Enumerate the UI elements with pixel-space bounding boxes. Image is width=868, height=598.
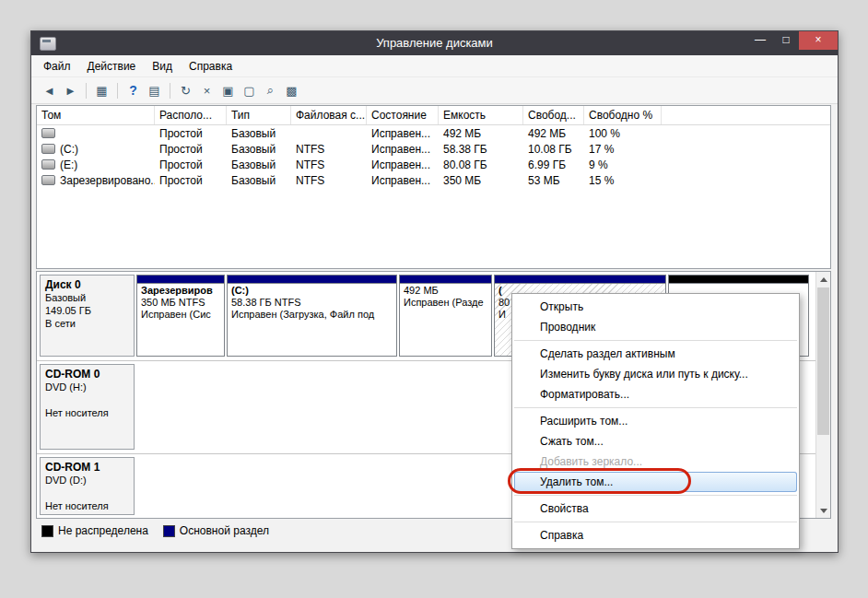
- menu-separator: [514, 407, 797, 408]
- disk-title: Диск 0: [45, 278, 129, 291]
- scroll-up-icon[interactable]: [816, 272, 830, 287]
- volume-name: (C:): [60, 143, 78, 156]
- primary-partition-color-bar: [400, 276, 491, 284]
- column-header-free-pct[interactable]: Свободно %: [584, 106, 662, 124]
- partition-492mb[interactable]: 492 МБ Исправен (Разде: [399, 275, 492, 357]
- column-header-filler: [662, 106, 830, 124]
- explore-icon[interactable]: ▢: [240, 81, 259, 100]
- partition-size: 350 МБ NTFS: [141, 297, 220, 309]
- column-header-capacity[interactable]: Емкость: [439, 106, 523, 124]
- window-title: Управление дисками: [31, 31, 838, 55]
- volume-list: Том Располо... Тип Файловая с... Состоян…: [36, 105, 831, 269]
- volume-name: (E:): [60, 158, 77, 171]
- menu-item-help[interactable]: Справка: [512, 525, 799, 545]
- cdrom1-info[interactable]: CD-ROM 1 DVD (D:) Нет носителя: [40, 457, 135, 515]
- menu-item-add-mirror: Добавить зеркало...: [512, 451, 799, 472]
- menu-item-format[interactable]: Форматировать...: [512, 384, 799, 405]
- disk-status: Нет носителя: [45, 406, 129, 419]
- partition-size: 58.38 ГБ NTFS: [231, 297, 393, 309]
- delete-icon[interactable]: ×: [197, 81, 217, 100]
- menu-bar: Файл Действие Вид Справка: [31, 55, 838, 77]
- scroll-down-icon[interactable]: [816, 503, 830, 518]
- menu-item-extend-volume[interactable]: Расширить том...: [512, 411, 799, 431]
- volume-type: Базовый: [227, 158, 291, 171]
- volume-icon: [41, 144, 55, 154]
- volume-free-pct: 15 %: [584, 174, 662, 187]
- primary-partition-swatch-icon: [163, 525, 175, 537]
- menu-help[interactable]: Справка: [181, 58, 240, 75]
- legend-item-primary: Основной раздел: [163, 524, 269, 537]
- volume-free: 53 МБ: [523, 174, 584, 187]
- volume-filesystem: NTFS: [291, 158, 367, 171]
- menu-item-delete-volume[interactable]: Удалить том...: [514, 472, 797, 492]
- menu-action[interactable]: Действие: [79, 58, 145, 75]
- menu-item-open[interactable]: Открыть: [512, 297, 799, 317]
- minimize-button[interactable]: —: [747, 31, 773, 50]
- find-icon[interactable]: ⌕: [261, 81, 280, 100]
- partition-label: (C:): [231, 285, 393, 297]
- column-header-filesystem[interactable]: Файловая с...: [291, 106, 367, 124]
- disk-title: CD-ROM 0: [45, 368, 129, 381]
- disk-size: 149.05 ГБ: [45, 304, 129, 317]
- forward-icon[interactable]: ►: [61, 81, 80, 100]
- volume-row-c[interactable]: (C:) Простой Базовый NTFS Исправен... 58…: [37, 141, 830, 157]
- volume-icon: [41, 128, 55, 138]
- open-icon[interactable]: ▣: [218, 81, 238, 100]
- menu-view[interactable]: Вид: [144, 58, 181, 75]
- disk-device: DVD (H:): [45, 381, 129, 393]
- unallocated-swatch-icon: [41, 525, 53, 537]
- column-header-free[interactable]: Свобод...: [523, 106, 584, 124]
- volume-icon: [41, 175, 55, 185]
- properties-icon[interactable]: ▩: [282, 81, 301, 100]
- column-header-volume[interactable]: Том: [37, 106, 155, 124]
- volume-icon: [41, 159, 55, 170]
- disk-pane-scrollbar[interactable]: [815, 272, 830, 518]
- menu-item-mark-active[interactable]: Сделать раздел активным: [512, 344, 799, 364]
- disk-status: Нет носителя: [45, 499, 129, 512]
- menu-item-properties[interactable]: Свойства: [512, 498, 799, 519]
- volume-filesystem: NTFS: [291, 143, 367, 156]
- volume-capacity: 350 МБ: [439, 174, 523, 187]
- volume-list-header: Том Располо... Тип Файловая с... Состоян…: [37, 106, 830, 125]
- volume-free-pct: 100 %: [584, 127, 662, 140]
- primary-partition-color-bar: [228, 276, 396, 284]
- primary-partition-color-bar: [137, 276, 224, 284]
- maximize-button[interactable]: □: [773, 31, 799, 50]
- disk-type: Базовый: [45, 291, 129, 304]
- volume-layout: Простой: [155, 127, 227, 140]
- volume-row-recovery[interactable]: Простой Базовый Исправен... 492 МБ 492 М…: [37, 125, 830, 141]
- volume-layout: Простой: [155, 174, 227, 187]
- show-console-tree-icon[interactable]: ▦: [92, 81, 111, 100]
- column-header-status[interactable]: Состояние: [367, 106, 439, 124]
- volume-row-e[interactable]: (E:) Простой Базовый NTFS Исправен... 80…: [37, 157, 830, 172]
- menu-item-shrink-volume[interactable]: Сжать том...: [512, 431, 799, 451]
- volume-status: Исправен...: [367, 143, 439, 156]
- back-icon[interactable]: ◄: [40, 81, 59, 100]
- partition-system-reserved[interactable]: Зарезервиров 350 МБ NTFS Исправен (Сис: [136, 275, 225, 357]
- volume-layout: Простой: [155, 143, 227, 156]
- scroll-thumb[interactable]: [817, 287, 829, 435]
- show-action-pane-icon[interactable]: ▤: [145, 81, 164, 100]
- titlebar[interactable]: Управление дисками — □ ×: [31, 31, 838, 55]
- toolbar-separator: [86, 83, 87, 99]
- close-button[interactable]: ×: [799, 31, 838, 50]
- menu-item-change-letter[interactable]: Изменить букву диска или путь к диску...: [512, 364, 799, 384]
- partition-c[interactable]: (C:) 58.38 ГБ NTFS Исправен (Загрузка, Ф…: [227, 275, 397, 357]
- disk-status: В сети: [45, 317, 129, 330]
- column-header-type[interactable]: Тип: [227, 106, 291, 124]
- volume-free: 6.99 ГБ: [523, 158, 584, 171]
- volume-type: Базовый: [227, 127, 291, 140]
- menu-item-explorer[interactable]: Проводник: [512, 317, 799, 337]
- refresh-icon[interactable]: ↻: [176, 81, 195, 100]
- partition-status: Исправен (Разде: [404, 297, 487, 309]
- menu-file[interactable]: Файл: [35, 58, 79, 75]
- volume-capacity: 492 МБ: [439, 127, 523, 140]
- volume-free-pct: 9 %: [584, 158, 662, 171]
- column-header-layout[interactable]: Располо...: [155, 106, 227, 124]
- caption-buttons: — □ ×: [747, 31, 838, 50]
- cdrom0-info[interactable]: CD-ROM 0 DVD (H:) Нет носителя: [40, 364, 135, 450]
- disk0-info[interactable]: Диск 0 Базовый 149.05 ГБ В сети: [40, 275, 135, 357]
- menu-separator: [514, 340, 797, 341]
- help-icon[interactable]: ?: [123, 81, 143, 100]
- volume-row-reserved[interactable]: Зарезервировано... Простой Базовый NTFS …: [37, 172, 830, 188]
